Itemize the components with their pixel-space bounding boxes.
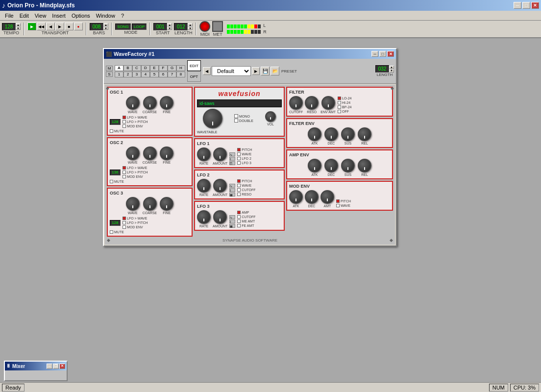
tab-g[interactable]: G — [168, 65, 176, 71]
tempo-spinner[interactable]: ▲ ▼ — [16, 23, 21, 30]
fenv-rel-knob[interactable] — [358, 127, 371, 141]
menv-amt-knob[interactable] — [320, 190, 334, 204]
bars-up[interactable]: ▲ — [103, 23, 108, 26]
lfo1-wave-1[interactable]: ∿ — [229, 152, 235, 156]
lfo1-wave-2[interactable]: ⌇ — [229, 157, 235, 161]
minimize-button[interactable]: ─ — [514, 2, 521, 9]
osc2-check-mod-env[interactable] — [123, 175, 126, 178]
tab-5[interactable]: 5 — [150, 72, 159, 77]
filter-lo24[interactable] — [338, 97, 341, 100]
tab-a[interactable]: A — [115, 65, 123, 71]
filter-reso-knob[interactable] — [305, 96, 319, 110]
osc2-check-lfo-wave[interactable] — [123, 166, 126, 170]
play-button[interactable]: ▶ — [27, 23, 36, 30]
loop-display[interactable]: LOOP — [132, 24, 147, 30]
start-down[interactable]: ▼ — [167, 26, 172, 30]
menv-atk-knob[interactable] — [289, 190, 303, 204]
lfo2-wave-1[interactable]: ∿ — [229, 184, 235, 188]
osc2-fine-knob[interactable] — [160, 147, 173, 160]
tab-e[interactable]: E — [150, 65, 159, 71]
preset-prev[interactable]: ◀ — [203, 67, 211, 75]
tempo-down[interactable]: ▼ — [16, 26, 21, 30]
lfo1-wave-3[interactable]: ∏ — [229, 161, 235, 165]
fenv-sus-knob[interactable] — [341, 127, 355, 141]
menu-file[interactable]: File — [2, 12, 17, 20]
wave-close[interactable]: ✕ — [387, 51, 394, 57]
menv-dec-knob[interactable] — [305, 190, 319, 204]
lfo2-wave-check[interactable] — [237, 184, 241, 187]
wf-mono-check[interactable] — [234, 114, 238, 118]
preset-next[interactable]: ▶ — [252, 67, 260, 75]
length-up[interactable]: ▲ — [188, 23, 193, 26]
osc1-fine-knob[interactable] — [160, 96, 173, 110]
lfo2-pitch-check[interactable] — [237, 179, 241, 183]
s-button[interactable]: S — [106, 72, 113, 77]
met-button[interactable] — [212, 21, 223, 32]
bars-display[interactable]: 008 — [90, 23, 103, 30]
osc3-check-lfo-pitch[interactable] — [123, 221, 126, 224]
tab-b[interactable]: B — [123, 65, 132, 71]
edit-button[interactable]: EDIT — [187, 60, 201, 71]
rewind-button[interactable]: ◀◀ — [37, 23, 46, 30]
tab-3[interactable]: 3 — [132, 72, 141, 77]
aenv-atk-knob[interactable] — [308, 159, 321, 172]
osc3-coarse-knob[interactable] — [143, 197, 157, 211]
start-display[interactable]: 001 — [153, 23, 167, 30]
midi-button[interactable] — [199, 21, 210, 32]
close-button[interactable]: ✕ — [531, 2, 539, 9]
maximize-button[interactable]: □ — [522, 2, 530, 9]
m-button[interactable]: M — [106, 66, 113, 71]
osc3-value[interactable]: 128 — [110, 220, 121, 226]
wf-vol-knob[interactable] — [265, 111, 276, 122]
osc2-mute-check[interactable] — [110, 180, 113, 183]
filter-cutoff-knob[interactable] — [289, 96, 303, 110]
lfo2-wave-2[interactable]: ⌇ — [229, 188, 235, 192]
tempo-up[interactable]: ▲ — [16, 23, 21, 26]
bars-down[interactable]: ▼ — [103, 26, 108, 30]
length-wf-down[interactable]: ▼ — [389, 69, 394, 73]
lfo2-cutoff-check[interactable] — [237, 188, 241, 192]
mixer-close[interactable]: ✕ — [59, 364, 65, 369]
fenv-atk-knob[interactable] — [308, 127, 321, 141]
aenv-dec-knob[interactable] — [324, 159, 338, 172]
osc3-fine-knob[interactable] — [160, 197, 173, 211]
lfo3-amount-knob[interactable] — [213, 210, 227, 224]
filter-envamt-knob[interactable] — [321, 96, 335, 110]
menu-insert[interactable]: Insert — [49, 12, 69, 20]
mixer-minimize[interactable]: ─ — [47, 364, 52, 369]
lfo2-wave-3[interactable]: ▦ — [229, 193, 235, 196]
menu-edit[interactable]: Edit — [17, 12, 32, 20]
length-wf-up[interactable]: ▲ — [389, 66, 394, 69]
aenv-rel-knob[interactable] — [358, 159, 371, 172]
tab-h[interactable]: H — [176, 65, 185, 71]
lfo3-feamt-check[interactable] — [237, 224, 241, 227]
osc2-coarse-knob[interactable] — [143, 147, 157, 160]
lfo3-wave-1[interactable]: ∿ — [229, 215, 235, 219]
tab-2[interactable]: 2 — [123, 72, 132, 77]
osc3-check-mod-env[interactable] — [123, 225, 126, 229]
stop-button[interactable]: ■ — [65, 23, 74, 30]
start-spinner[interactable]: ▲ ▼ — [167, 23, 172, 30]
length-wf-spinner[interactable]: ▲ ▼ — [389, 66, 394, 73]
menu-options[interactable]: Options — [69, 12, 93, 20]
osc1-check-mod-env[interactable] — [123, 124, 126, 128]
lfo3-cutoff-check[interactable] — [237, 215, 241, 219]
wave-maximize[interactable]: □ — [379, 51, 386, 57]
tab-1[interactable]: 1 — [115, 72, 123, 77]
osc3-check-lfo-wave[interactable] — [123, 217, 126, 220]
tab-c[interactable]: C — [132, 65, 141, 71]
tab-4[interactable]: 4 — [141, 72, 150, 77]
osc1-mute-check[interactable] — [110, 129, 113, 133]
lfo1-wave-check[interactable] — [237, 152, 241, 156]
lfo1-rate-knob[interactable] — [197, 147, 211, 161]
back-button[interactable]: ◀ — [46, 23, 55, 30]
lfo3-wave-2[interactable]: ⌇ — [229, 220, 235, 223]
tab-f[interactable]: F — [159, 65, 168, 71]
lfo3-amp-check[interactable] — [237, 211, 241, 214]
mode-display[interactable]: SONG — [115, 24, 131, 30]
osc1-check-lfo-pitch[interactable] — [123, 120, 126, 123]
bars-spinner[interactable]: ▲ ▼ — [103, 23, 108, 30]
menv-pitch-check[interactable] — [336, 199, 340, 203]
lfo1-lfo3-check[interactable] — [237, 161, 241, 165]
wf-main-knob[interactable] — [203, 109, 222, 128]
